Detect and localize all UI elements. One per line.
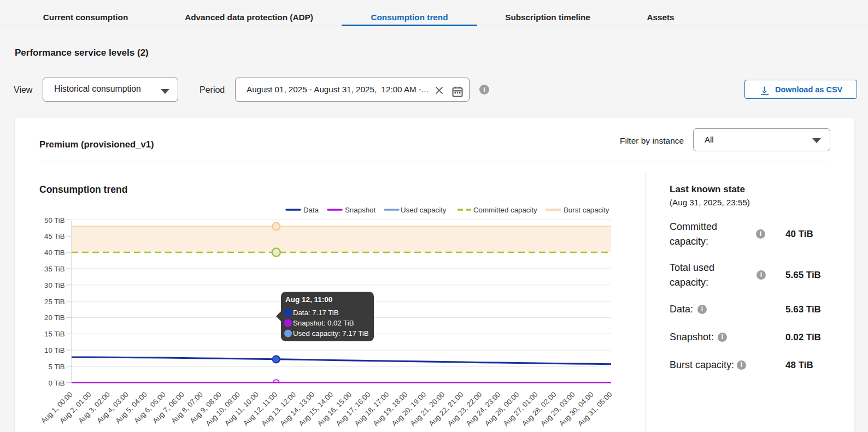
svg-text:Aug 12, 11:00: Aug 12, 11:00 [285, 295, 332, 304]
svg-text:Snapshot: 0.02 TiB: Snapshot: 0.02 TiB [293, 319, 354, 327]
svg-text:15 TiB: 15 TiB [44, 330, 65, 338]
svg-text:Data: 7.17 TiB: Data: 7.17 TiB [293, 309, 339, 317]
svg-text:Used capacity: Used capacity [401, 206, 447, 214]
svg-text:30 TiB: 30 TiB [44, 281, 65, 289]
svg-text:Burst capacity: Burst capacity [564, 206, 609, 214]
svg-text:45 TiB: 45 TiB [44, 232, 65, 240]
svg-text:Snapshot: Snapshot [345, 206, 376, 214]
svg-text:Data: Data [303, 206, 319, 214]
svg-text:0 TiB: 0 TiB [48, 379, 64, 387]
svg-text:Used capacity: 7.17 TiB: Used capacity: 7.17 TiB [293, 329, 369, 338]
svg-text:35 TiB: 35 TiB [44, 265, 65, 273]
svg-text:40 TiB: 40 TiB [44, 248, 65, 257]
svg-text:50 TiB: 50 TiB [44, 216, 65, 224]
svg-text:10 TiB: 10 TiB [44, 346, 65, 354]
svg-text:5 TiB: 5 TiB [48, 363, 64, 371]
svg-text:Committed capacity: Committed capacity [473, 206, 537, 214]
svg-text:25 TiB: 25 TiB [44, 298, 65, 306]
svg-text:20 TiB: 20 TiB [44, 313, 65, 322]
